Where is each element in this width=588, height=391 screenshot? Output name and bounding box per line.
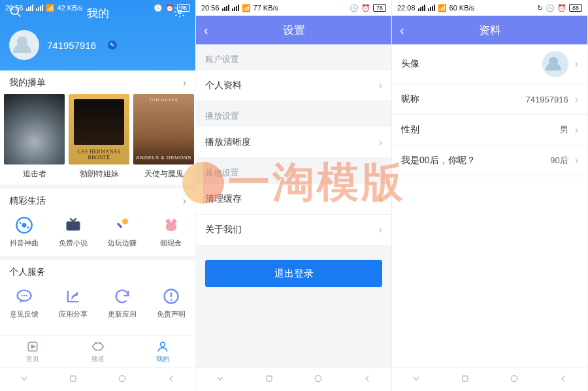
chevron-right-icon: ›	[379, 224, 382, 236]
status-time: 20:56	[5, 4, 24, 12]
playlist-item[interactable]: TOM HANKS ANGELS & DEMONS 天使与魔鬼	[133, 94, 194, 180]
cell-label: 领现金	[160, 238, 182, 248]
status-net: 77 KB/s	[253, 4, 279, 12]
life-item-earn[interactable]: 边玩边赚	[98, 216, 147, 248]
poster-label: 追击者	[4, 168, 65, 180]
username: 741957916	[47, 40, 96, 51]
playlist-thumbs: 追击者 LAS HERMANAS BRONTË 勃朗特姐妹 TOM HANKS …	[0, 94, 195, 185]
svg-point-6	[27, 227, 29, 228]
svg-point-21	[170, 299, 172, 301]
nav-recent-icon[interactable]	[460, 373, 470, 386]
android-nav-bar	[392, 368, 587, 391]
nav-back-icon[interactable]	[166, 373, 176, 386]
chevron-right-icon: ›	[379, 80, 382, 91]
chevron-right-icon: ›	[183, 195, 186, 207]
alarm-icon: ↻	[537, 4, 543, 12]
play-square-icon	[26, 340, 39, 353]
service-disclaimer[interactable]: 免责声明	[146, 287, 195, 319]
disc-icon	[15, 216, 33, 234]
logout-button[interactable]: 退出登录	[205, 260, 382, 287]
avatar	[9, 30, 39, 60]
row-era[interactable]: 我是00后，你呢？ 90后›	[392, 146, 587, 176]
tab-label: 频道	[91, 354, 105, 364]
svg-point-29	[315, 375, 321, 381]
playlist-item[interactable]: 追击者	[4, 94, 65, 180]
screen-settings: 20:56 📶 77 KB/s 🕓 ⏰ 78 ‹ 设置 账户设置 个人资料 › …	[196, 0, 392, 391]
screen-mine: 20:56 📶 42 KB/s 🕓 ⏰ 78 我的 741957916 ✎	[0, 0, 196, 391]
life-item-cash[interactable]: 领现金	[146, 216, 195, 248]
cell-label: 免费小说	[59, 238, 88, 248]
app-header: ‹ 设置	[196, 16, 391, 44]
signal-icon	[232, 5, 239, 11]
avatar	[542, 51, 568, 77]
row-profile[interactable]: 个人资料 ›	[196, 70, 391, 101]
svg-point-27	[119, 375, 125, 381]
nav-down-icon[interactable]	[215, 373, 225, 386]
user-icon	[156, 340, 169, 353]
life-item-music[interactable]: 抖音神曲	[0, 216, 49, 248]
svg-point-18	[26, 295, 27, 296]
back-icon[interactable]: ‹	[204, 23, 208, 38]
playlist-item[interactable]: LAS HERMANAS BRONTË 勃朗特姐妹	[69, 94, 129, 180]
nav-down-icon[interactable]	[411, 373, 421, 386]
signal-icon	[428, 5, 435, 11]
tab-mine[interactable]: 我的	[130, 336, 195, 368]
page-title: 资料	[479, 23, 501, 38]
row-label: 我是00后，你呢？	[401, 155, 476, 166]
verified-badge-icon: ✎	[108, 40, 117, 50]
tab-label: 首页	[26, 354, 39, 364]
row-value: 741957916	[526, 95, 568, 104]
nav-home-icon[interactable]	[313, 373, 323, 386]
refresh-icon	[113, 287, 131, 305]
row-about[interactable]: 关于我们 ›	[196, 215, 391, 245]
poster-image	[4, 94, 65, 164]
back-icon[interactable]: ‹	[400, 23, 404, 38]
nav-recent-icon[interactable]	[264, 373, 274, 386]
android-nav-bar	[0, 368, 195, 391]
bottom-tab-bar: 首页 频道 我的	[0, 335, 195, 368]
cell-label: 边玩边赚	[108, 238, 137, 248]
row-nickname[interactable]: 昵称 741957916›	[392, 84, 587, 115]
share-icon	[64, 287, 82, 305]
nav-back-icon[interactable]	[362, 373, 372, 386]
service-share[interactable]: 应用分享	[49, 287, 98, 319]
life-item-novel[interactable]: 免费小说	[49, 216, 98, 248]
svg-point-14	[165, 222, 176, 231]
section-life-header[interactable]: 精彩生活 ›	[0, 189, 195, 212]
nav-recent-icon[interactable]	[68, 373, 78, 386]
section-playlist-header[interactable]: 我的播单 ›	[0, 70, 195, 94]
status-bar: 20:56 📶 42 KB/s 🕓 ⏰ 78	[0, 0, 195, 16]
alarm-icon: 🕓	[154, 4, 163, 12]
svg-point-4	[22, 223, 27, 228]
battery-icon: 78	[177, 4, 190, 12]
alarm-icon: ⏰	[361, 4, 370, 12]
user-row[interactable]: 741957916 ✎	[0, 26, 195, 61]
tab-channel[interactable]: 频道	[65, 336, 131, 368]
tv-icon	[64, 216, 82, 234]
tab-home[interactable]: 首页	[0, 336, 65, 368]
row-label: 关于我们	[205, 224, 242, 236]
nav-home-icon[interactable]	[509, 373, 519, 386]
row-cache[interactable]: 清理缓存 ›	[196, 184, 391, 215]
status-net: 60 KB/s	[449, 4, 475, 12]
nav-home-icon[interactable]	[117, 373, 127, 386]
chat-icon	[15, 287, 33, 305]
row-value: 90后	[550, 155, 568, 166]
poster-label: 勃朗特姐妹	[69, 168, 129, 180]
chevron-right-icon: ›	[575, 58, 578, 70]
tab-label: 我的	[156, 354, 169, 364]
nav-down-icon[interactable]	[19, 373, 29, 386]
cell-label: 意见反馈	[10, 309, 39, 319]
battery-icon: 78	[373, 4, 386, 12]
row-gender[interactable]: 性别 男›	[392, 115, 587, 146]
alarm-icon: 🕓	[546, 4, 555, 12]
row-avatar[interactable]: 头像 ›	[392, 44, 587, 84]
row-label: 昵称	[401, 93, 419, 105]
service-update[interactable]: 更新应用	[98, 287, 147, 319]
row-quality[interactable]: 播放清晰度 ›	[196, 127, 391, 158]
service-feedback[interactable]: 意见反馈	[0, 287, 49, 319]
nav-back-icon[interactable]	[558, 373, 568, 386]
status-net: 42 KB/s	[57, 4, 83, 12]
eye-icon	[91, 340, 105, 353]
row-label: 播放清晰度	[205, 136, 251, 148]
